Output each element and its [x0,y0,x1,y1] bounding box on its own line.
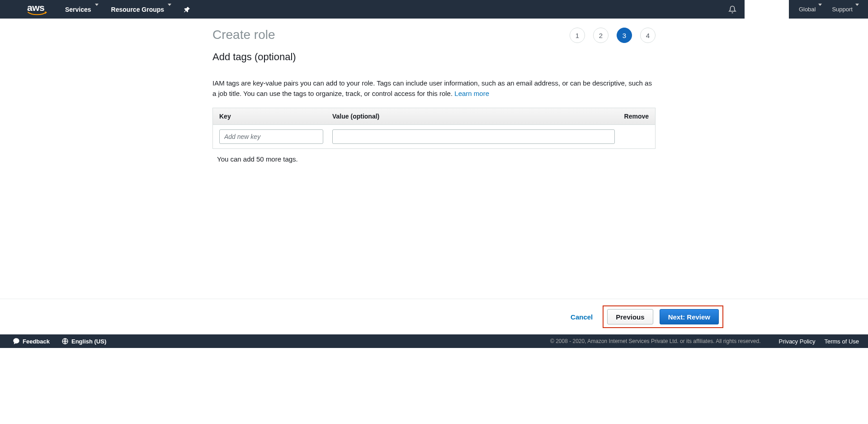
chevron-down-icon [855,6,859,13]
globe-icon [61,338,69,345]
services-menu[interactable]: Services [65,6,99,13]
chevron-down-icon [95,6,99,13]
chevron-down-icon [818,6,822,13]
step-2[interactable]: 2 [593,28,609,43]
tag-key-input[interactable] [219,129,323,144]
column-key: Key [219,113,332,120]
column-remove: Remove [613,113,649,120]
aws-logo[interactable]: aws [27,3,47,16]
step-1[interactable]: 1 [570,28,585,43]
highlight-annotation: Previous Next: Review [603,305,723,328]
support-menu[interactable]: Support [832,6,859,13]
table-row [213,125,655,148]
page-title: Create role [212,28,275,42]
feedback-link[interactable]: Feedback [13,338,50,345]
services-label: Services [65,6,91,13]
next-button[interactable]: Next: Review [660,309,719,324]
column-value: Value (optional) [332,113,613,120]
tag-value-input[interactable] [332,129,615,144]
top-nav: aws Services Resource Groups Global Supp… [0,0,868,19]
tags-table: Key Value (optional) Remove [212,108,656,149]
chat-icon [13,338,20,345]
pin-shortcut[interactable] [184,6,190,13]
footer: Feedback English (US) © 2008 - 2020, Ama… [0,334,868,348]
notifications[interactable] [728,5,736,14]
page-description: IAM tags are key-value pairs you can add… [212,78,656,99]
region-menu[interactable]: Global [799,6,822,13]
copyright-text: © 2008 - 2020, Amazon Internet Services … [550,338,761,344]
feedback-label: Feedback [23,338,50,345]
resource-groups-menu[interactable]: Resource Groups [111,6,171,13]
main-content: Create role 1 2 3 4 Add tags (optional) … [212,19,656,163]
pin-icon [184,6,190,13]
privacy-link[interactable]: Privacy Policy [779,338,816,345]
action-bar: Cancel Previous Next: Review [0,299,868,334]
language-label: English (US) [71,338,106,345]
page-subtitle: Add tags (optional) [212,51,656,63]
aws-logo-text: aws [27,2,44,13]
support-label: Support [832,6,853,13]
learn-more-link[interactable]: Learn more [454,90,489,97]
tags-remaining-hint: You can add 50 more tags. [212,155,656,163]
step-3[interactable]: 3 [617,28,632,43]
chevron-down-icon [168,6,171,13]
region-label: Global [799,6,816,13]
account-menu[interactable] [745,0,789,19]
language-selector[interactable]: English (US) [61,338,106,345]
resource-groups-label: Resource Groups [111,6,164,13]
cancel-button[interactable]: Cancel [571,313,593,321]
wizard-steps: 1 2 3 4 [570,28,656,43]
tags-table-header: Key Value (optional) Remove [213,108,655,125]
description-text: IAM tags are key-value pairs you can add… [212,79,652,97]
bell-icon [728,5,736,14]
terms-link[interactable]: Terms of Use [824,338,859,345]
step-4[interactable]: 4 [640,28,656,43]
previous-button[interactable]: Previous [607,309,653,324]
